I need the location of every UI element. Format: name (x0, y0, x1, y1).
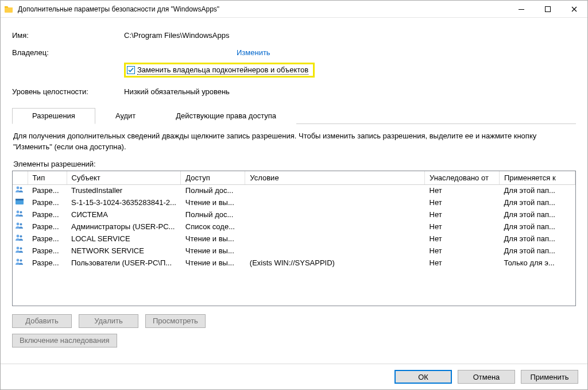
col-access[interactable]: Доступ (181, 171, 245, 185)
integrity-label: Уровень целостности: (12, 87, 124, 96)
svg-rect-5 (16, 199, 24, 200)
table-row[interactable]: Разре...NETWORK SERVICEЧтение и вы...Нет… (13, 245, 575, 257)
table-row[interactable]: Разре...LOCAL SERVICEЧтение и вы...НетДл… (13, 233, 575, 245)
window-controls (508, 1, 587, 18)
svg-point-11 (20, 235, 22, 238)
name-value: C:\Program Files\WindowsApps (124, 31, 576, 40)
cell-access: Чтение и вы... (181, 245, 245, 257)
cell-applies: Для этой пап... (500, 184, 575, 196)
users-icon (13, 184, 28, 196)
col-subject[interactable]: Субъект (67, 171, 181, 185)
svg-point-2 (17, 187, 20, 190)
col-inherited[interactable]: Унаследовано от (425, 171, 500, 185)
tabs: Разрешения Аудит Действующие права досту… (12, 107, 576, 124)
permissions-section-label: Элементы разрешений: (12, 156, 576, 171)
cell-type: Разре... (28, 221, 67, 233)
table-row[interactable]: Разре...Администраторы (USER-PC...Список… (13, 221, 575, 233)
cell-condition (245, 184, 425, 196)
svg-point-13 (20, 248, 22, 250)
users-icon (13, 221, 28, 233)
cell-applies: Только для э... (500, 257, 575, 269)
integrity-value: Низкий обязательный уровень (124, 87, 576, 96)
cell-applies: Для этой пап... (500, 245, 575, 257)
cell-condition (245, 196, 425, 208)
cell-applies: Для этой пап... (500, 208, 575, 221)
cell-inherited: Нет (425, 184, 500, 196)
cell-inherited: Нет (425, 245, 500, 257)
users-icon (13, 245, 28, 257)
replace-owner-checkbox[interactable] (127, 66, 135, 74)
cell-type: Разре... (28, 208, 67, 221)
permissions-grid[interactable]: Тип Субъект Доступ Условие Унаследовано … (12, 171, 576, 306)
cell-access: Чтение и вы... (181, 257, 245, 269)
cell-type: Разре... (28, 257, 67, 269)
window-title: Дополнительные параметры безопасности дл… (17, 5, 508, 13)
cell-subject: TrustedInstaller (67, 184, 181, 196)
advanced-security-window: Дополнительные параметры безопасности дл… (0, 0, 588, 390)
svg-point-9 (20, 223, 22, 226)
cell-subject: NETWORK SERVICE (67, 245, 181, 257)
apply-button[interactable]: Применить (521, 370, 578, 384)
cell-inherited: Нет (425, 233, 500, 245)
tab-effective-access[interactable]: Действующие права доступа (156, 108, 296, 124)
cell-type: Разре... (28, 233, 67, 245)
svg-rect-1 (546, 6, 551, 11)
cell-subject: СИСТЕМА (67, 208, 181, 221)
svg-point-7 (20, 211, 22, 214)
table-row[interactable]: Разре...Пользователи (USER-PC\П...Чтение… (13, 257, 575, 269)
cell-condition (245, 233, 425, 245)
svg-point-6 (17, 211, 20, 214)
minimize-button[interactable] (508, 1, 535, 18)
dialog-footer: ОК Отмена Применить (1, 364, 587, 389)
cell-subject: LOCAL SERVICE (67, 233, 181, 245)
cell-condition (245, 221, 425, 233)
col-applies[interactable]: Применяется к (500, 171, 575, 185)
svg-point-12 (17, 247, 20, 250)
ok-button[interactable]: ОК (394, 370, 452, 384)
content-area: Имя: C:\Program Files\WindowsApps Владел… (1, 18, 587, 364)
table-row[interactable]: Разре...TrustedInstallerПолный дос...Нет… (13, 184, 575, 196)
svg-point-3 (20, 187, 22, 190)
table-row[interactable]: Разре...СИСТЕМАПолный дос...НетДля этой … (13, 208, 575, 221)
cell-subject: S-1-15-3-1024-3635283841-2... (67, 196, 181, 208)
folder-icon (1, 1, 17, 18)
view-button[interactable]: Просмотреть (145, 314, 206, 328)
cell-type: Разре... (28, 184, 67, 196)
enable-inheritance-button[interactable]: Включение наследования (12, 334, 117, 347)
cell-condition (245, 208, 425, 221)
cell-subject: Администраторы (USER-PC... (67, 221, 181, 233)
tab-permissions[interactable]: Разрешения (12, 108, 95, 124)
hint-text: Для получения дополнительных сведений дв… (12, 124, 576, 156)
svg-point-10 (17, 235, 20, 238)
users-icon (13, 257, 28, 269)
close-button[interactable] (561, 1, 587, 18)
cell-condition: (Exists WIN://SYSAPPID) (245, 257, 425, 269)
add-button[interactable]: Добавить (12, 314, 72, 328)
col-type[interactable]: Тип (28, 171, 67, 185)
maximize-button[interactable] (535, 1, 561, 18)
table-row[interactable]: Разре...S-1-15-3-1024-3635283841-2...Чте… (13, 196, 575, 208)
app-icon (13, 196, 28, 208)
cell-subject: Пользователи (USER-PC\П... (67, 257, 181, 269)
tab-audit[interactable]: Аудит (95, 108, 156, 124)
permission-buttons: Добавить Удалить Просмотреть (12, 314, 576, 328)
cell-inherited: Нет (425, 196, 500, 208)
cell-access: Чтение и вы... (181, 196, 245, 208)
titlebar[interactable]: Дополнительные параметры безопасности дл… (1, 1, 587, 18)
users-icon (13, 208, 28, 221)
change-owner-link[interactable]: Изменить (237, 48, 270, 57)
delete-button[interactable]: Удалить (79, 314, 138, 328)
owner-label: Владелец: (12, 48, 124, 57)
cell-access: Список соде... (181, 221, 245, 233)
cancel-button[interactable]: Отмена (458, 370, 515, 384)
svg-rect-0 (519, 9, 524, 10)
cell-access: Полный дос... (181, 208, 245, 221)
svg-point-14 (17, 259, 20, 262)
replace-owner-label: Заменить владельца подконтейнеров и объе… (137, 65, 308, 75)
cell-access: Полный дос... (181, 184, 245, 196)
svg-point-15 (20, 260, 22, 262)
col-condition[interactable]: Условие (245, 171, 425, 185)
cell-applies: Для этой пап... (500, 221, 575, 233)
cell-applies: Для этой пап... (500, 196, 575, 208)
cell-condition (245, 245, 425, 257)
